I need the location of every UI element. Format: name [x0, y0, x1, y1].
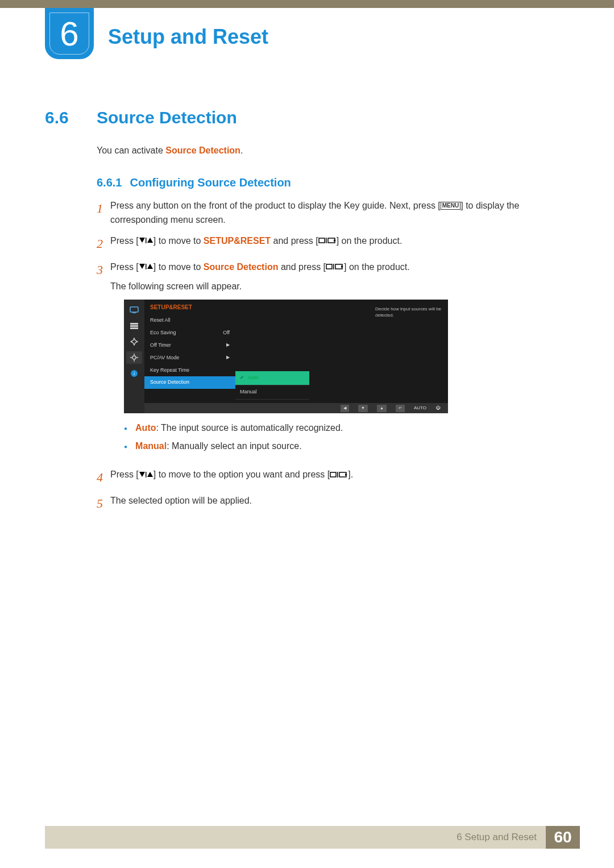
step-number: 5 [97, 494, 110, 513]
bullet-manual: ● Manual: Manually select an input sourc… [124, 439, 551, 453]
highlight: SETUP&RESET [204, 236, 271, 246]
power-icon: ⏻ [435, 405, 440, 412]
bullet-label: Manual [135, 441, 167, 451]
svg-rect-18 [130, 327, 138, 329]
chapter-title: Setup and Reset [108, 25, 268, 49]
menu-button-icon: MENU [441, 202, 460, 210]
step-number: 4 [97, 468, 110, 487]
svg-rect-8 [146, 264, 147, 269]
up-icon: ▲ [377, 405, 387, 412]
chapter-number: 6 [49, 13, 89, 55]
svg-marker-27 [139, 472, 145, 477]
subsection-heading: 6.6.1Configuring Source Detection [97, 176, 291, 189]
svg-rect-1 [146, 238, 147, 243]
section-number: 6.6 [45, 108, 69, 127]
svg-rect-3 [319, 238, 325, 243]
svg-rect-15 [132, 313, 136, 313]
osd-option-auto: ✔Auto [235, 371, 309, 385]
osd-item-offtimer: Off Timer▶ [144, 339, 235, 352]
enter-icon: ↵ [396, 405, 405, 412]
down-icon: ▼ [358, 405, 368, 412]
down-up-arrow-icon [139, 263, 154, 270]
svg-point-20 [132, 356, 136, 359]
svg-marker-7 [139, 264, 145, 269]
down-up-arrow-icon [139, 471, 154, 478]
svg-marker-0 [139, 238, 145, 243]
step-4: 4 Press [] to move to the option you wan… [97, 468, 551, 487]
osd-option-manual: Manual [235, 385, 309, 400]
intro-suffix: . [240, 146, 243, 155]
step-body: Press any button on the front of the pro… [110, 199, 551, 227]
step-body: The selected option will be applied. [110, 494, 551, 508]
info-tab-icon: i [126, 367, 142, 380]
svg-rect-17 [130, 325, 138, 327]
osd-footer-auto: AUTO [414, 405, 426, 412]
svg-marker-9 [147, 264, 153, 269]
osd-footer: ◀ ▼ ▲ ↵ AUTO ⏻ [144, 403, 448, 413]
subsection-title: Configuring Source Detection [130, 176, 291, 189]
step-body: Press [] to move to the option you want … [110, 468, 551, 482]
bullet-label: Auto [135, 423, 156, 433]
bullet-text: : Manually select an input source. [167, 441, 301, 451]
svg-rect-10 [326, 264, 332, 269]
svg-rect-14 [130, 307, 138, 312]
svg-rect-28 [146, 472, 147, 477]
step-number: 1 [97, 199, 110, 218]
step-3: 3 Press [] to move to Source Detection a… [97, 260, 551, 462]
chevron-right-icon: ▶ [226, 342, 230, 348]
highlight: Source Detection [204, 262, 279, 272]
step-5: 5 The selected option will be applied. [97, 494, 551, 513]
brightness-tab-icon [126, 304, 142, 316]
intro-highlight: Source Detection [165, 146, 240, 155]
osd-item-source: Source Detection [144, 376, 235, 389]
step-list: 1 Press any button on the front of the p… [97, 199, 551, 520]
step-number: 3 [97, 260, 110, 280]
svg-marker-29 [147, 472, 153, 477]
step-number: 2 [97, 234, 110, 254]
osd-description: Decide how input sources will be detecte… [375, 306, 443, 318]
osd-item-pcav: PC/AV Mode▶ [144, 352, 235, 364]
check-icon: ✔ [240, 374, 244, 382]
bullet-dot-icon: ● [124, 424, 127, 433]
down-up-arrow-icon [139, 237, 154, 244]
source-enter-icon [318, 237, 337, 244]
color-tab-icon [126, 335, 142, 348]
subsection-number: 6.6.1 [97, 176, 122, 189]
intro-text: You can activate Source Detection. [97, 146, 243, 156]
osd-sidebar: i [124, 300, 144, 413]
step-1: 1 Press any button on the front of the p… [97, 199, 551, 227]
svg-marker-19 [131, 338, 138, 345]
svg-rect-31 [337, 472, 338, 477]
picture-tab-icon [126, 319, 142, 332]
bullet-auto: ● Auto: The input source is automaticall… [124, 421, 551, 435]
svg-rect-16 [130, 323, 138, 325]
chapter-badge: 6 [45, 8, 94, 59]
osd-screenshot: i SETUP&RESET Reset All Eco SavingOff Of… [124, 300, 448, 413]
svg-rect-30 [330, 472, 336, 477]
footer-label: 6 Setup and Reset [45, 826, 546, 849]
osd-item-reset: Reset All [144, 314, 235, 327]
svg-rect-4 [326, 238, 327, 243]
step-2: 2 Press [] to move to SETUP&RESET and pr… [97, 234, 551, 254]
svg-marker-2 [147, 238, 153, 243]
footer-page-number: 60 [546, 826, 580, 849]
source-enter-icon [330, 471, 348, 478]
svg-rect-11 [333, 264, 334, 269]
osd-item-keyrepeat: Key Repeat Time [144, 364, 235, 377]
step-body: Press [] to move to Source Detection and… [110, 260, 551, 462]
osd-main: SETUP&RESET Reset All Eco SavingOff Off … [144, 300, 448, 413]
bullet-text: : The input source is automatically reco… [156, 423, 343, 433]
chevron-right-icon: ▶ [226, 354, 230, 361]
osd-menu-list: Reset All Eco SavingOff Off Timer▶ PC/AV… [144, 314, 235, 414]
setup-tab-icon [126, 351, 142, 364]
option-bullets: ● Auto: The input source is automaticall… [124, 421, 551, 453]
step-body: Press [] to move to SETUP&RESET and pres… [110, 234, 551, 248]
bullet-dot-icon: ● [124, 442, 127, 451]
top-accent-bar [0, 0, 614, 8]
left-icon: ◀ [341, 405, 349, 412]
osd-item-eco: Eco SavingOff [144, 327, 235, 339]
source-enter-icon [326, 263, 344, 270]
intro-prefix: You can activate [97, 146, 165, 155]
section-title: Source Detection [97, 108, 237, 127]
page-footer: 6 Setup and Reset 60 [45, 826, 580, 849]
